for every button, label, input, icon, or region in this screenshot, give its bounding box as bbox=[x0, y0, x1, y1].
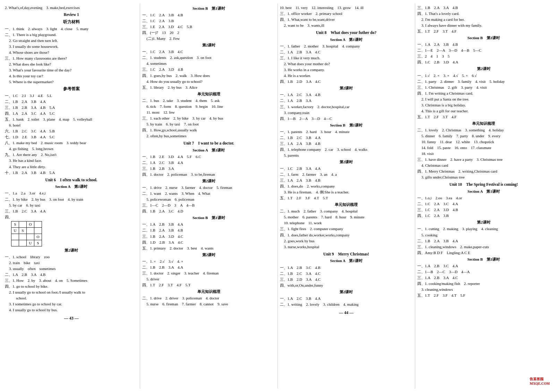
u10-sb1-3: 三、1.A 2.B 3.A 4.C bbox=[417, 275, 550, 281]
column-3: 10. best 11. very 12. interesting 13. gr… bbox=[278, 3, 415, 389]
u7-sa2-2: 二、1. want 2. wants 3. When 4. What bbox=[142, 191, 275, 197]
u8-sb1-1: 一、1. parents 2. hard 3. hour 4. minute bbox=[280, 129, 413, 135]
u7-sa2-2b: 5. policewoman 6. policeman bbox=[142, 197, 275, 202]
col1-ans-6: 六、1.B 2.C 3.C 4.A 5.B bbox=[5, 128, 138, 134]
u6-sb2-4b: 4. How do you usually go to school? bbox=[142, 79, 275, 85]
u7-sb1-2: 二、1.B 2.A 3.B 4.B bbox=[142, 227, 275, 233]
col1-ans-9c: 4. They are a little dirty. bbox=[5, 164, 138, 170]
col1-ans-1: 一、1.C 2.I 3.J 4.E 5.L bbox=[5, 93, 138, 99]
u9-sa2-4c: 3. I always have dinner with my family. bbox=[417, 23, 550, 28]
u8-secB-title: Section B 第1课时 bbox=[280, 122, 413, 128]
u9-k-4b: 3. gifts under,Christmas tree bbox=[417, 174, 550, 180]
u7-secA-title: Section A 第1课时 bbox=[142, 147, 275, 153]
u10-sa1-4: 四、1.C 2.A 3.B bbox=[417, 213, 550, 219]
u9-sb2-4c: 3. Christmas is a big holiday. bbox=[417, 102, 550, 108]
u9-sb2-3: 三、1. Christmas 2. gift 3. party 4. visit bbox=[417, 85, 550, 90]
u6-secB-title: Section B 第1课时 bbox=[142, 6, 275, 11]
u9-secA-title: Section A 第1课时 bbox=[280, 258, 413, 264]
u10-sb1-2: 二、1—B 2—C 3—D 4—A bbox=[417, 269, 550, 275]
col1-ans-2: 二、1.B 2.A 3.B 4.A bbox=[5, 99, 138, 105]
u8-sa1-2: 二、1.A 2.B 3.A 4.C bbox=[280, 49, 413, 55]
u8-sa2-4: 四、1—B 2—A 3—D 4—C bbox=[280, 116, 413, 122]
u6-sb2-2: 二、1. students 2. ask,question 3. on foot bbox=[142, 55, 275, 61]
u9-sb2-4d: 4. This is a gift for our teacher. bbox=[417, 108, 550, 114]
u8-sb2-1: 一、1.C 2.B 3.A 4.A bbox=[280, 166, 413, 172]
u7-sa2-3: 三、1—C 2—D 3 A 4—B bbox=[142, 202, 275, 208]
u10-sa1-3: 三、1.C 2.A 3.D 4.B bbox=[417, 207, 550, 213]
u6-sa1-4: 四、 bbox=[5, 214, 138, 220]
u7-sb1-5: 五、1. primary 2. doctor 3. best 4. wants bbox=[142, 245, 275, 251]
u6-l2-3: 三、1. How 2. by 3. about 4. on 5. Sometim… bbox=[5, 278, 138, 284]
u6-lesson2-title: 第2课时 bbox=[5, 247, 138, 253]
u8-sb1-3: 三、1.A 2.A 3.B 4.B bbox=[280, 141, 413, 147]
unit10-title: Unit 10 The Spring Festival is coming! bbox=[417, 182, 550, 188]
u9-sa2-4: 四、1. That's a lovely card. bbox=[417, 11, 550, 17]
col1-ans-9b: 3. He has a kind face. bbox=[5, 158, 138, 164]
u9-sa2-2: 二、1. writing 2. lovely 3. children 4. ma… bbox=[280, 302, 413, 307]
u9-sa2-title: 第2课时 bbox=[280, 289, 413, 295]
u10-sb1-1: 一、1.A 2.B 3.C 4.A bbox=[417, 263, 550, 269]
col1-line-7: 4. Whose shoes are those? bbox=[5, 50, 138, 55]
u7-sb2-3: 三、1. doctor 2. singer 3. teacher 4. fire… bbox=[142, 270, 275, 276]
u7-secB-title: Section B 第1课时 bbox=[142, 215, 275, 221]
col1-line-9: 2. What does she look like? bbox=[5, 61, 138, 67]
u9-secB-title: Section B 第1课时 bbox=[417, 35, 550, 41]
u7-k-2b: 5. nurse 6. fireman 7. farmer 8. cannot … bbox=[142, 301, 275, 307]
u6-k-2b: 6. tick 7. form 8. question 9. begin 10.… bbox=[142, 104, 275, 110]
col1-ans-8: 八、1. make my bed 2. music room 3. teddy … bbox=[5, 140, 138, 146]
u9-sa1-1: 一、1.A 2.B 3.C 4.B bbox=[280, 265, 413, 271]
u6-sa1-2: 二、1. by bike 2. by bus 3. on foot 4. by … bbox=[5, 197, 138, 202]
u6-l2-4: 四、1. go to school by bike. bbox=[5, 284, 138, 289]
col1-line-6: 3. I usually do some housework. bbox=[5, 44, 138, 50]
u6-l2-2: 二、1.A 2.B 3.A 4.B bbox=[5, 272, 138, 278]
u6-k-3: 三、1. each other 2. by bike 3. by car 4. … bbox=[142, 115, 275, 121]
u7-k-4b: 2. want to be 3. wants,ill bbox=[280, 23, 413, 28]
u9-sa1-2: 二、1.B 2.C 3.A 4.C bbox=[280, 271, 413, 277]
u9-sb1-2: 二、1—E 2—A 3—D 4—B 5—C bbox=[417, 47, 550, 53]
u10-sa1-1: 一、1.o,i 2.oo 3.ea 4.or bbox=[417, 195, 550, 201]
u7-sb1-3: 三、1.B 2.A 3.D 4.C bbox=[142, 234, 275, 239]
u6-sb2-title: 第2课时 bbox=[142, 42, 275, 48]
u9-k-2c: 10. funny 11. dear 12. white 13. chopsti… bbox=[417, 139, 550, 145]
u9-sb2-5: 五、1.T 2.F 3.T 4.F bbox=[417, 114, 550, 120]
column-1: 2. What's,of,day,evening 3. make,bed,exe… bbox=[3, 3, 140, 389]
u8-k-4c: 3. nurse,works,hospital bbox=[280, 244, 413, 250]
u8-secA-title: Section A 第1课时 bbox=[280, 37, 413, 43]
u8-sa1-3c: 3. He works in a company. bbox=[280, 67, 413, 73]
u9-sb2-2: 二、1. party 2. dinner 3. family 4. visit … bbox=[417, 79, 550, 85]
col1-line-11: 4. Is this your toy car? bbox=[5, 73, 138, 79]
grid-table: SO US O US bbox=[11, 221, 42, 246]
u6-sb1-2: 二、1.C 2.A 3.B bbox=[142, 18, 275, 24]
u8-knowledge-title: 单元知识梳理 bbox=[280, 202, 413, 208]
u9-k-4: 四、1. Merry Christmas 2. writing,Christma… bbox=[417, 168, 550, 174]
u6-l2-1b: 2. train bike taxi bbox=[5, 260, 138, 266]
u7-knowledge-title: 单元知识梳理 bbox=[142, 289, 275, 295]
col1-ans-3: 三、1.B 2.B 3.A 4.B 5.A bbox=[5, 105, 138, 111]
u8-k-3: 三、1. fight fires 2. computer company bbox=[280, 226, 413, 232]
u9-sa1-3: 三、1.B 2.D 3.A 4.C bbox=[280, 277, 413, 282]
u7-sa2-1: 一、1. drive 2. nurse 3. farmer 4. doctor … bbox=[142, 185, 275, 191]
u8-k-2: 二、1. much 2. father 3. company 4. hospit… bbox=[280, 208, 413, 214]
u9-sa2-4b: 2. I'm making a card for her. bbox=[417, 17, 550, 23]
col1-ans-8b: 4. go fishing 5. long,brown bbox=[5, 146, 138, 152]
col1-ans-5b: 6. hotel bbox=[5, 122, 138, 128]
u9-sa2-5: 五、1.T 2.F 3.T 4.F bbox=[417, 28, 550, 34]
u10-sa2-title: 第2课时 bbox=[417, 219, 550, 225]
u7-sb2-2: 二、1.B 2.B 3.A 4.A bbox=[142, 264, 275, 270]
unit6-title: Unit 6 I often walk to school. bbox=[5, 177, 138, 183]
u8-sb1-4: 四、1. telephone company 2. car 3. school … bbox=[280, 147, 413, 153]
u10-sb1-4b: 3. cleaning,windows bbox=[417, 287, 550, 293]
col1-ans-10: 十、1.B 2.A 3.B 4.B 5.A bbox=[5, 170, 138, 176]
u10-sa2-4: 四、Amy:B D F Lingling:A C E bbox=[417, 250, 550, 256]
unit8-title: Unit 8 What does your futher do? bbox=[280, 30, 413, 36]
u7-sa1-2: 二、1.A 2.C 3.B 4.A bbox=[142, 160, 275, 166]
u7-sb2-title: 第2课时 bbox=[142, 252, 275, 258]
u6-sa1-2b: 5. by car 6. by taxi bbox=[5, 202, 138, 208]
u6-sb2-4: 四、1. goes,by bus 2. walk 3. How does bbox=[142, 73, 275, 79]
u8-sb2-5: 五、1.T 2.F 3.F 4.T 5.T bbox=[280, 195, 413, 201]
u9-sb1-1: 一、1.A 2.A 3.B 4.B bbox=[417, 42, 550, 47]
unit6-secA-title: Section A 第1课时 bbox=[5, 184, 138, 190]
u6-l2-1: 一、1. school library zoo bbox=[5, 254, 138, 260]
u8-sa2-3: 三、1. worker,factory 2. doctor,hospital,c… bbox=[280, 104, 413, 110]
u9-sb2-4b: 2. I will put a Santa on the tree. bbox=[417, 96, 550, 102]
